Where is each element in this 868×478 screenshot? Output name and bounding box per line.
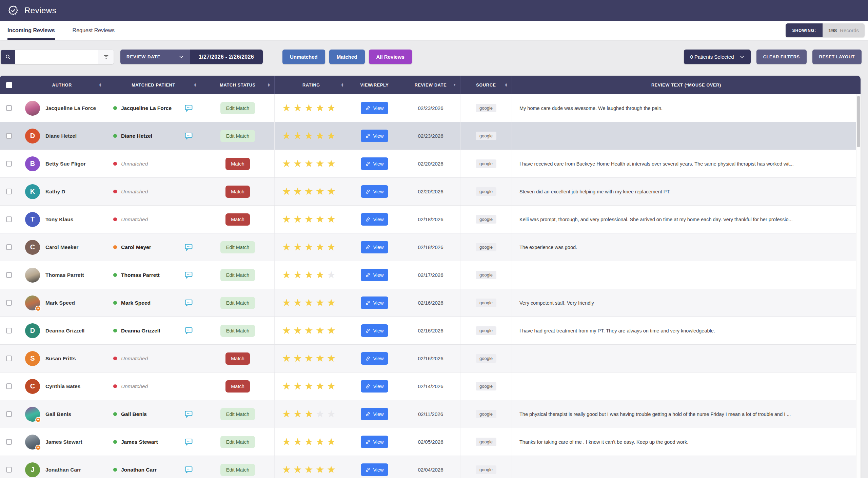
column-header-view[interactable]: VIEW/REPLY bbox=[348, 76, 401, 94]
row-checkbox[interactable] bbox=[6, 300, 12, 306]
record-count: 198 bbox=[828, 27, 837, 33]
chat-bubble-icon[interactable] bbox=[185, 299, 193, 306]
row-checkbox[interactable] bbox=[6, 411, 12, 417]
row-checkbox[interactable] bbox=[6, 244, 12, 250]
filter-options-button[interactable] bbox=[98, 50, 114, 64]
chat-bubble-icon[interactable] bbox=[185, 327, 193, 334]
column-header-text[interactable]: REVIEW TEXT (*MOUSE OVER) bbox=[512, 76, 861, 94]
star-filled-icon: ★ bbox=[282, 437, 291, 447]
search-input[interactable] bbox=[15, 50, 98, 64]
sort-icon[interactable]: ▼ bbox=[453, 84, 456, 86]
match-status-dot bbox=[113, 245, 117, 249]
date-range-value[interactable]: 1/27/2026 - 2/26/2026 bbox=[190, 50, 263, 64]
matched-filter-button[interactable]: Matched bbox=[329, 50, 365, 64]
row-checkbox[interactable] bbox=[6, 105, 12, 111]
view-reply-button[interactable]: View bbox=[361, 352, 388, 365]
match-action-button[interactable]: Edit Match bbox=[220, 241, 255, 253]
star-filled-icon: ★ bbox=[316, 103, 324, 113]
column-header-patient[interactable]: MATCHED PATIENT▲▼ bbox=[106, 76, 201, 94]
view-reply-button[interactable]: View bbox=[361, 102, 388, 114]
match-action-button[interactable]: Match bbox=[225, 213, 250, 226]
table-row: K Kathy D Unmatched Match ★★★★★ View 02/… bbox=[0, 178, 861, 206]
column-header-author[interactable]: AUTHOR▲▼ bbox=[18, 76, 106, 94]
sort-icon[interactable]: ▲▼ bbox=[194, 83, 197, 87]
row-checkbox[interactable] bbox=[6, 133, 12, 139]
match-action-button[interactable]: Match bbox=[225, 158, 250, 170]
match-action-button[interactable]: Edit Match bbox=[220, 408, 255, 420]
match-action-button[interactable]: Edit Match bbox=[220, 325, 255, 337]
column-label: RATING bbox=[302, 83, 320, 88]
match-action-button[interactable]: Edit Match bbox=[220, 130, 255, 142]
column-header-rating[interactable]: RATING▲▼ bbox=[275, 76, 348, 94]
row-checkbox[interactable] bbox=[6, 216, 12, 222]
select-all-checkbox[interactable] bbox=[6, 82, 12, 88]
chat-bubble-icon[interactable] bbox=[185, 132, 193, 139]
vertical-scrollbar[interactable] bbox=[856, 94, 861, 478]
view-reply-button[interactable]: View bbox=[361, 324, 388, 337]
view-reply-button[interactable]: View bbox=[361, 213, 388, 226]
match-action-button[interactable]: Match bbox=[225, 380, 250, 393]
table-row: ✦ Mark Speed Mark Speed Edit Match ★★★★★… bbox=[0, 289, 861, 317]
view-reply-button[interactable]: View bbox=[361, 297, 388, 309]
star-filled-icon: ★ bbox=[304, 131, 313, 141]
row-checkbox[interactable] bbox=[6, 328, 12, 333]
row-checkbox[interactable] bbox=[6, 467, 12, 473]
review-date-filter[interactable]: REVIEW DATE 1/27/2026 - 2/26/2026 bbox=[120, 50, 263, 64]
link-icon bbox=[365, 300, 371, 306]
review-text bbox=[512, 372, 861, 400]
view-reply-button[interactable]: View bbox=[361, 380, 388, 393]
source-badge: google bbox=[476, 326, 496, 335]
row-checkbox[interactable] bbox=[6, 439, 12, 445]
patients-selected-dropdown[interactable]: 0 Patients Selected bbox=[684, 50, 750, 64]
clear-filters-button[interactable]: CLEAR FILTERS bbox=[756, 50, 807, 64]
sort-icon[interactable]: ▲▼ bbox=[267, 83, 271, 87]
select-all-header[interactable] bbox=[0, 76, 18, 94]
matched-patient-name: Jonathan Carr bbox=[121, 467, 157, 473]
scrollbar-thumb[interactable] bbox=[857, 96, 860, 147]
view-reply-button[interactable]: View bbox=[361, 241, 388, 253]
chat-bubble-icon[interactable] bbox=[185, 244, 193, 251]
star-filled-icon: ★ bbox=[293, 353, 302, 363]
match-action-button[interactable]: Edit Match bbox=[220, 269, 255, 281]
chat-bubble-icon[interactable] bbox=[185, 410, 193, 418]
sort-icon[interactable]: ▲▼ bbox=[99, 83, 102, 87]
row-checkbox[interactable] bbox=[6, 161, 12, 167]
row-checkbox[interactable] bbox=[6, 189, 12, 194]
unmatched-filter-button[interactable]: Unmatched bbox=[282, 50, 325, 64]
chat-bubble-icon[interactable] bbox=[185, 104, 193, 112]
view-reply-button[interactable]: View bbox=[361, 157, 388, 170]
column-header-date[interactable]: REVIEW DATE▼ bbox=[401, 76, 460, 94]
table-body: Jacqueline La Force Jacqueline La Force … bbox=[0, 94, 861, 478]
view-reply-button[interactable]: View bbox=[361, 130, 388, 142]
row-checkbox[interactable] bbox=[6, 272, 12, 278]
chat-bubble-icon[interactable] bbox=[185, 438, 193, 445]
view-reply-button[interactable]: View bbox=[361, 269, 388, 281]
chat-bubble-icon[interactable] bbox=[185, 271, 193, 279]
row-checkbox[interactable] bbox=[6, 383, 12, 389]
row-checkbox[interactable] bbox=[6, 356, 12, 361]
tab-request-reviews[interactable]: Request Reviews bbox=[73, 21, 115, 40]
column-header-status[interactable]: MATCH STATUS▲▼ bbox=[201, 76, 275, 94]
view-reply-button[interactable]: View bbox=[361, 436, 388, 448]
match-action-button[interactable]: Edit Match bbox=[220, 464, 255, 476]
avatar: D bbox=[25, 129, 40, 144]
match-action-button[interactable]: Match bbox=[225, 186, 250, 198]
star-rating: ★★★★★ bbox=[275, 94, 348, 122]
match-action-button[interactable]: Edit Match bbox=[220, 436, 255, 448]
view-reply-button[interactable]: View bbox=[361, 408, 388, 420]
match-action-button[interactable]: Match bbox=[225, 352, 250, 365]
review-text: Thanks for taking care of me . I know it… bbox=[512, 428, 861, 456]
tab-incoming-reviews[interactable]: Incoming Reviews bbox=[7, 21, 55, 40]
reset-layout-button[interactable]: RESET LAYOUT bbox=[812, 50, 862, 64]
view-reply-button[interactable]: View bbox=[361, 463, 388, 476]
column-header-source[interactable]: SOURCE▲▼ bbox=[460, 76, 512, 94]
sort-icon[interactable]: ▲▼ bbox=[505, 83, 508, 87]
search-button[interactable] bbox=[1, 50, 15, 64]
view-reply-button[interactable]: View bbox=[361, 185, 388, 198]
main-content: REVIEW DATE 1/27/2026 - 2/26/2026 Unmatc… bbox=[0, 50, 868, 478]
sort-icon[interactable]: ▲▼ bbox=[341, 83, 344, 87]
chat-bubble-icon[interactable] bbox=[185, 466, 193, 473]
match-action-button[interactable]: Edit Match bbox=[220, 297, 255, 309]
all-reviews-filter-button[interactable]: All Reviews bbox=[369, 50, 412, 64]
match-action-button[interactable]: Edit Match bbox=[220, 102, 255, 114]
